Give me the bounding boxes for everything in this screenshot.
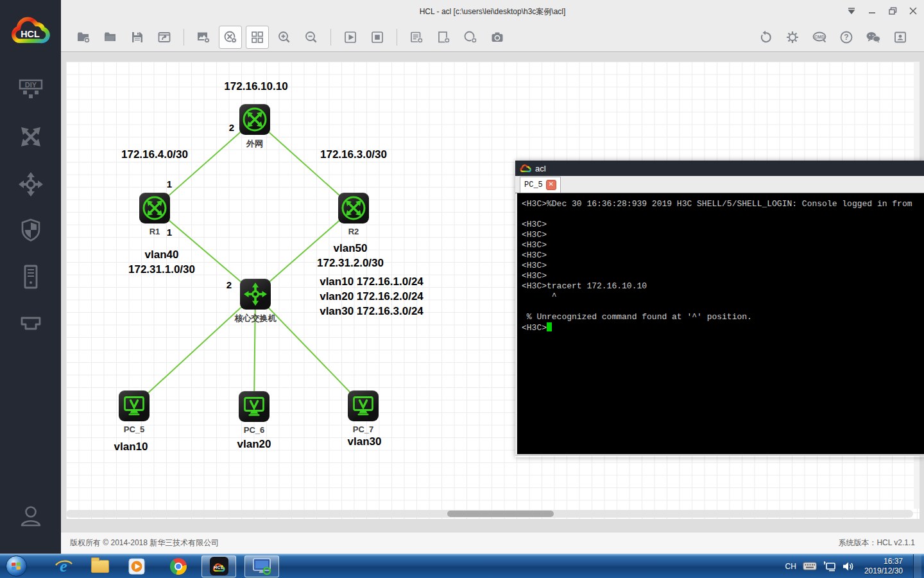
start-all-devices-icon[interactable] [339,26,362,49]
connector-palette-icon[interactable] [16,308,46,338]
snapshot-icon[interactable] [486,26,509,49]
add-note-icon[interactable] [405,26,428,49]
annotation-label[interactable]: vlan30 [348,435,382,448]
device-view-icon[interactable] [219,26,242,49]
minimize-icon[interactable] [866,5,878,17]
start-button[interactable] [4,556,28,577]
hcl-logo: HCL [7,14,53,48]
stop-all-devices-icon[interactable] [366,26,389,49]
show-desktop-button[interactable] [913,554,921,578]
annotation-label[interactable]: vlan30 172.16.3.0/24 [320,305,424,318]
firewall-palette-icon[interactable] [16,216,46,245]
speaker-icon[interactable] [843,561,854,572]
new-topology-icon[interactable] [72,26,95,49]
taskbar-hcl[interactable]: HCL [201,556,236,577]
background-view-icon[interactable] [192,26,215,49]
taskbar-clock[interactable]: 16:37 2019/12/30 [864,557,903,576]
help-label: ? [844,33,848,42]
taskbar-internet-explorer[interactable]: e [46,556,81,577]
taskbar-media-player[interactable] [119,556,154,577]
taskbar-file-explorer[interactable] [83,556,117,577]
horizontal-scrollbar[interactable] [66,510,913,518]
node-label: R2 [348,227,359,236]
node-label: PC_5 [124,425,145,434]
tab-close-icon[interactable]: ✕ [546,180,556,190]
console-window[interactable]: acl PC_5 ✕ <H3C>%Dec 30 16:36:28:939 201… [515,161,924,457]
annotation-label[interactable]: vlan40 [145,249,179,261]
diy-device-icon[interactable]: DIY [16,75,46,105]
annotation-label[interactable]: vlan10 [114,441,148,453]
settings-gear-icon[interactable] [781,26,804,49]
horizontal-scrollbar-thumb[interactable] [447,511,554,517]
cmd-label: CMD [814,35,825,39]
annotation-label[interactable]: vlan20 [237,438,271,451]
router-node-r1[interactable]: R1 [139,193,170,236]
system-tray: CH 16:37 2019/12/30 [785,554,924,578]
pc-node-pc5[interactable]: PC_5 [119,390,150,434]
annotation-label[interactable]: 172.31.2.0/30 [317,257,384,270]
switch-palette-icon[interactable] [16,170,46,199]
cli-console-icon[interactable]: CMD [808,26,831,49]
annotation-label[interactable]: vlan50 [334,242,368,255]
toolbar-divider [330,29,331,46]
feedback-icon[interactable] [889,26,912,49]
annotation-label[interactable]: 172.16.3.0/30 [320,148,387,161]
switch-node-core[interactable]: 核心交换机 [240,279,271,324]
router-node-internet[interactable]: 外网 [239,104,270,150]
zoom-in-icon[interactable] [273,26,296,49]
taskbar-chrome[interactable] [161,556,196,577]
console-titlebar[interactable]: acl [515,161,924,176]
diy-label: DIY [24,81,37,89]
user-icon[interactable] [16,502,46,532]
save-topology-icon[interactable] [126,26,149,49]
terminal-line: <H3C> [522,230,924,240]
network-icon[interactable] [823,561,836,572]
add-text-icon[interactable] [432,26,455,49]
terminal-line: <H3C> [522,220,924,230]
pc-icon [239,391,270,422]
toolbar-divider [184,29,184,46]
console-cloud-logo-icon [519,164,532,173]
zoom-out-icon[interactable] [300,26,323,49]
grid-view-icon[interactable] [246,26,269,49]
node-label: R1 [150,227,160,236]
open-topology-icon[interactable] [99,26,122,49]
terminal-line: <H3C>%Dec 30 16:36:28:939 2019 H3C SHELL… [522,199,924,209]
help-icon[interactable]: ? [835,26,858,49]
annotation-label[interactable]: vlan10 172.16.1.0/24 [320,276,424,288]
statusbar: 版权所有 © 2014-2018 新华三技术有限公司 系统版本：HCL v2.1… [61,532,924,554]
restore-icon[interactable] [887,5,898,17]
wechat-icon[interactable] [862,26,885,49]
router-node-r2[interactable]: R2 [338,193,369,236]
port-number-label: 2 [227,279,232,290]
port-number-label: 1 [167,227,172,238]
window-menu-icon[interactable] [846,5,857,17]
pc-node-pc6[interactable]: PC_6 [239,391,270,435]
reset-icon[interactable] [754,26,777,49]
annotation-label[interactable]: 172.31.1.0/30 [128,263,195,276]
console-tab-pc5[interactable]: PC_5 ✕ [520,177,561,193]
pc-node-pc7[interactable]: PC_7 [348,390,379,434]
server-palette-icon[interactable] [16,262,46,292]
port-number-label: 2 [229,122,234,133]
terminal-line [522,209,924,220]
keyboard-icon[interactable] [803,561,817,571]
language-indicator[interactable]: CH [785,562,796,571]
terminal-line: <H3C> [522,240,924,250]
terminal-output[interactable]: <H3C>%Dec 30 16:36:28:939 2019 H3C SHELL… [515,193,924,456]
close-icon[interactable] [907,5,919,17]
windows-flag-icon [6,556,27,577]
folder-icon [91,560,109,573]
taskbar-device-console[interactable] [244,556,279,577]
router-icon [139,193,170,223]
add-oval-icon[interactable] [459,26,482,49]
tray-date: 2019/12/30 [864,566,903,576]
router-palette-icon[interactable] [16,122,46,152]
annotation-label[interactable]: 172.16.10.10 [224,80,287,93]
terminal-line: % Unrecognized command found at '^' posi… [522,312,924,322]
annotation-label[interactable]: 172.16.4.0/30 [121,148,188,161]
copyright-text: 版权所有 © 2014-2018 新华三技术有限公司 [70,538,219,548]
annotation-label[interactable]: vlan20 172.16.2.0/24 [320,290,424,303]
export-topology-icon[interactable] [153,26,176,49]
node-label: 核心交换机 [235,313,277,324]
